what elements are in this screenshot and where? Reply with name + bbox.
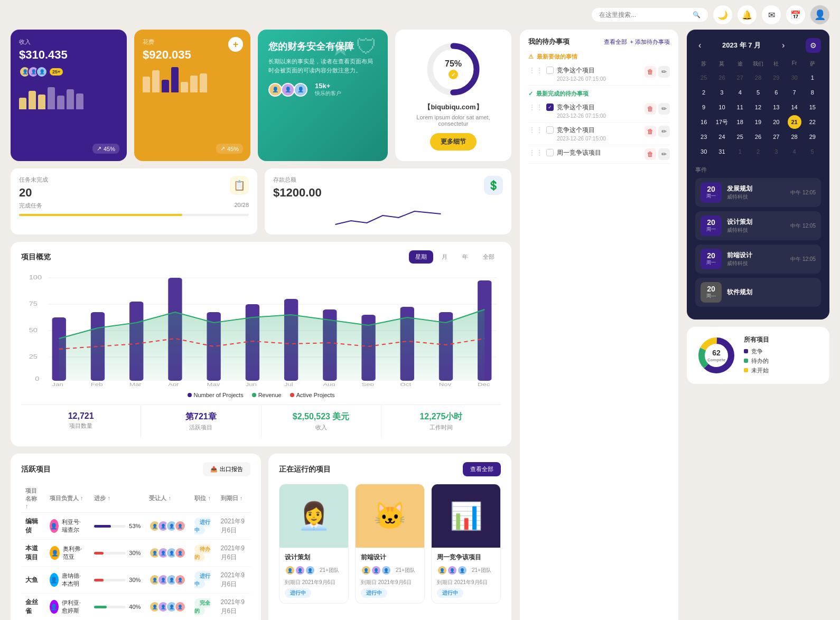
calendar-settings-button[interactable]: ⚙ bbox=[806, 38, 821, 53]
cal-day[interactable]: 25 bbox=[733, 130, 747, 144]
todo-delete-1[interactable]: 🗑 bbox=[645, 66, 656, 78]
bar-2 bbox=[29, 91, 36, 109]
cal-day[interactable]: 3 bbox=[769, 145, 783, 158]
todo-edit-4[interactable]: ✏ bbox=[658, 148, 670, 160]
todo-check-2[interactable]: ✓ bbox=[546, 104, 554, 111]
cal-day[interactable]: 5 bbox=[751, 86, 765, 99]
cal-day[interactable]: 17号 bbox=[715, 115, 729, 129]
todo-edit-2[interactable]: ✏ bbox=[658, 103, 670, 115]
cal-day[interactable]: 21 bbox=[788, 115, 801, 129]
event-item: 20 周一 前端设计 威特科技 中午 12:05 bbox=[695, 245, 821, 274]
cal-day[interactable]: 14 bbox=[788, 100, 801, 114]
cal-day[interactable]: 7 bbox=[788, 86, 801, 99]
stat-projects: 12,721 项目数量 bbox=[21, 405, 141, 438]
cal-day[interactable]: 4 bbox=[788, 145, 801, 158]
todo-delete-4[interactable]: 🗑 bbox=[645, 148, 656, 160]
moon-button[interactable]: 🌙 bbox=[713, 5, 732, 24]
todo-delete-2[interactable]: 🗑 bbox=[645, 103, 656, 115]
drag-handle-2[interactable]: ⋮⋮ bbox=[528, 103, 543, 111]
chart-stats: 12,721 项目数量 第721章 活跃项目 $2,50,523 美元 收入 1… bbox=[21, 405, 501, 438]
donut-legend-title: 所有项目 bbox=[744, 335, 769, 344]
cal-day[interactable]: 23 bbox=[697, 130, 711, 144]
cal-day[interactable]: 25 bbox=[697, 71, 711, 84]
cal-day[interactable]: 19 bbox=[751, 115, 765, 129]
event-item: 20 周— 软件规划 bbox=[695, 278, 821, 307]
todo-check-1[interactable] bbox=[546, 67, 554, 74]
cal-day[interactable]: 27 bbox=[733, 71, 747, 84]
drag-handle-4[interactable]: ⋮⋮ bbox=[528, 148, 543, 157]
cal-day[interactable]: 13 bbox=[769, 100, 783, 114]
cal-day[interactable]: 31 bbox=[715, 145, 729, 158]
cal-day[interactable]: 6 bbox=[769, 86, 783, 99]
tab-year[interactable]: 年 bbox=[456, 250, 474, 264]
tab-month[interactable]: 月 bbox=[435, 250, 454, 264]
stat-revenue: $2,50,523 美元 收入 bbox=[262, 405, 381, 438]
cal-day[interactable]: 1 bbox=[806, 71, 819, 84]
expenses-title: 花费 bbox=[143, 38, 242, 46]
todo-check-4[interactable] bbox=[546, 149, 554, 156]
legend-revenue: Revenue bbox=[252, 392, 282, 398]
cal-day[interactable]: 29 bbox=[806, 130, 819, 144]
export-button[interactable]: 📤 出口报告 bbox=[203, 462, 250, 476]
bar-1 bbox=[19, 98, 26, 109]
running-project-item: 📊 周一竞争该项目 👤👤👤 21+团队 到期日 2021年9月6日 进行中 bbox=[431, 484, 501, 604]
cal-day[interactable]: 29 bbox=[769, 71, 783, 84]
cal-day[interactable]: 5 bbox=[806, 145, 819, 158]
cal-day[interactable]: 30 bbox=[697, 145, 711, 158]
cal-day[interactable]: 30 bbox=[788, 71, 801, 84]
todo-edit-1[interactable]: ✏ bbox=[658, 66, 670, 78]
add-expense-button[interactable]: + bbox=[228, 37, 243, 52]
svg-text:Nov: Nov bbox=[439, 382, 452, 386]
cal-day[interactable]: 16 bbox=[697, 115, 711, 129]
chart-tabs: 星期 月 年 全部 bbox=[409, 250, 501, 264]
cal-day[interactable]: 10 bbox=[715, 100, 729, 114]
rp-thumbnail: 👩‍💼 bbox=[279, 484, 348, 548]
view-all-button[interactable]: 查看全部 bbox=[463, 462, 501, 476]
cal-day[interactable]: 2 bbox=[697, 86, 711, 99]
project-progress: 53% bbox=[90, 513, 145, 540]
cal-day[interactable]: 4 bbox=[733, 86, 747, 99]
cal-day[interactable]: 15 bbox=[806, 100, 819, 114]
tab-all[interactable]: 全部 bbox=[477, 250, 501, 264]
cal-day[interactable]: 9 bbox=[697, 100, 711, 114]
more-details-button[interactable]: 更多细节 bbox=[430, 133, 477, 151]
svg-text:May: May bbox=[207, 382, 220, 386]
todo-view-all[interactable]: 查看全部 bbox=[604, 38, 627, 46]
cal-day[interactable]: 2 bbox=[751, 145, 765, 158]
cal-day[interactable]: 28 bbox=[751, 71, 765, 84]
cal-day[interactable]: 20 bbox=[769, 115, 783, 129]
drag-handle-3[interactable]: ⋮⋮ bbox=[528, 126, 543, 134]
todo-check-3[interactable] bbox=[546, 126, 554, 134]
cal-day[interactable]: 26 bbox=[715, 71, 729, 84]
bell-button[interactable]: 🔔 bbox=[738, 5, 757, 24]
drag-handle-1[interactable]: ⋮⋮ bbox=[528, 66, 543, 74]
cal-day[interactable]: 18 bbox=[733, 115, 747, 129]
tab-week[interactable]: 星期 bbox=[409, 250, 433, 264]
cal-day[interactable]: 26 bbox=[751, 130, 765, 144]
todo-add[interactable]: + 添加待办事项 bbox=[630, 38, 670, 46]
user-avatar[interactable]: 👤 bbox=[810, 5, 829, 24]
todo-delete-3[interactable]: 🗑 bbox=[645, 126, 656, 137]
svg-text:50: 50 bbox=[29, 327, 38, 333]
cal-day[interactable]: 28 bbox=[788, 130, 801, 144]
task-progress-bar bbox=[19, 214, 249, 216]
todo-edit-3[interactable]: ✏ bbox=[658, 126, 670, 137]
search-bar[interactable]: 🔍 bbox=[592, 8, 708, 22]
calendar-next-button[interactable]: › bbox=[779, 41, 788, 50]
cal-day[interactable]: 27 bbox=[769, 130, 783, 144]
cal-day[interactable]: 24 bbox=[715, 130, 729, 144]
rp-due: 到期日 2021年9月6日 bbox=[437, 579, 495, 586]
calendar-prev-button[interactable]: ‹ bbox=[695, 41, 704, 50]
calendar-button[interactable]: 📅 bbox=[786, 5, 805, 24]
cal-day[interactable]: 22 bbox=[806, 115, 819, 129]
promo-logo-icon: 🛡 bbox=[356, 35, 377, 59]
search-input[interactable] bbox=[599, 11, 688, 18]
cal-day[interactable]: 11 bbox=[733, 100, 747, 114]
cal-day-header: 萨 bbox=[804, 58, 821, 70]
cal-day[interactable]: 3 bbox=[715, 86, 729, 99]
cal-day[interactable]: 12 bbox=[751, 100, 765, 114]
cal-day[interactable]: 8 bbox=[806, 86, 819, 99]
svg-text:Jul: Jul bbox=[284, 382, 293, 386]
mail-button[interactable]: ✉ bbox=[762, 5, 781, 24]
cal-day[interactable]: 1 bbox=[733, 145, 747, 158]
